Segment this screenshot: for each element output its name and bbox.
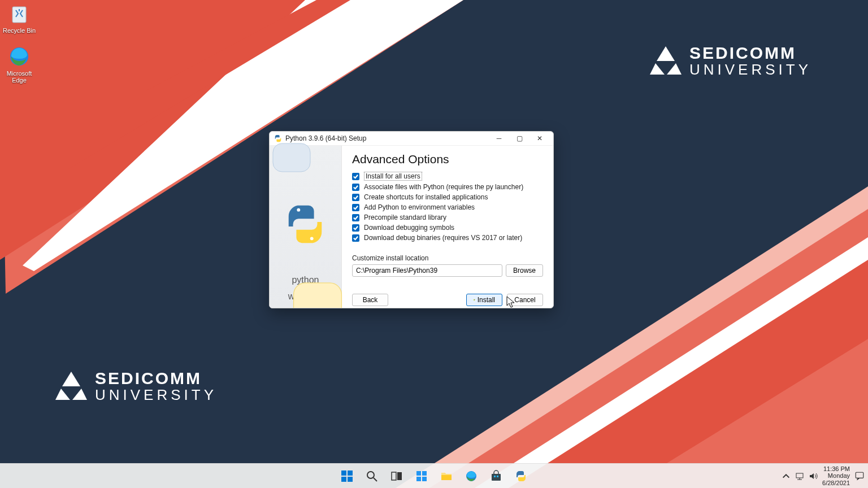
- svg-rect-31: [422, 471, 427, 476]
- checkbox-icon[interactable]: [352, 173, 359, 180]
- uac-shield-icon: [474, 297, 475, 303]
- tray-overflow-button[interactable]: [782, 472, 791, 481]
- taskbar: 11:36 PM Monday 6/28/2021: [0, 463, 868, 488]
- option-label: Add Python to environment variables: [364, 203, 475, 211]
- option-label: Precompile standard library: [364, 213, 446, 221]
- search-button[interactable]: [361, 466, 383, 486]
- svg-rect-28: [392, 472, 396, 480]
- taskbar-clock[interactable]: 11:36 PM Monday 6/28/2021: [822, 465, 850, 486]
- python-setup-taskbar-button[interactable]: [510, 466, 532, 486]
- edge-icon: [8, 45, 31, 68]
- widgets-icon: [415, 470, 428, 482]
- network-button[interactable]: [795, 472, 804, 481]
- svg-marker-14: [55, 389, 70, 400]
- svg-rect-18: [273, 143, 310, 172]
- desktop-icon-edge[interactable]: Microsoft Edge: [0, 45, 38, 84]
- svg-rect-38: [796, 473, 803, 478]
- svg-point-19: [297, 208, 300, 212]
- maximize-button[interactable]: ▢: [509, 132, 530, 145]
- option-label: Download debug binaries (requires VS 201…: [364, 234, 522, 242]
- network-icon: [795, 472, 804, 481]
- back-button[interactable]: Back: [352, 294, 388, 306]
- svg-rect-23: [348, 470, 353, 476]
- option-label: Associate files with Python (requires th…: [364, 183, 523, 191]
- brand-line1: SEDICOMM: [689, 44, 811, 62]
- option-label: Download debugging symbols: [364, 224, 454, 232]
- chevron-up-icon: [782, 472, 791, 481]
- start-button[interactable]: [336, 466, 358, 486]
- cancel-button[interactable]: Cancel: [507, 294, 543, 306]
- option-debug-symbols[interactable]: Download debugging symbols: [352, 224, 543, 232]
- decorative-blob-icon: [292, 281, 343, 308]
- svg-rect-32: [416, 477, 421, 481]
- installer-sidebar: python for windows: [270, 146, 342, 308]
- svg-rect-24: [341, 477, 346, 482]
- widgets-button[interactable]: [411, 466, 432, 486]
- minimize-button[interactable]: ─: [489, 132, 509, 145]
- close-button[interactable]: ✕: [530, 132, 550, 145]
- svg-rect-36: [494, 476, 496, 477]
- option-label: Create shortcuts for installed applicati…: [364, 193, 488, 201]
- svg-rect-30: [416, 471, 421, 476]
- store-button[interactable]: [485, 466, 507, 486]
- volume-button[interactable]: [809, 472, 818, 481]
- option-add-env[interactable]: Add Python to environment variables: [352, 203, 543, 211]
- file-explorer-button[interactable]: [436, 466, 457, 486]
- location-input[interactable]: [352, 264, 502, 277]
- notification-icon: [854, 471, 865, 481]
- brand-top: SEDICOMM UNIVERSITY: [650, 44, 811, 77]
- checkbox-icon[interactable]: [352, 184, 359, 191]
- svg-rect-22: [341, 470, 346, 476]
- system-tray: 11:36 PM Monday 6/28/2021: [782, 464, 865, 489]
- brand-line2: UNIVERSITY: [689, 62, 811, 77]
- recycle-bin-icon: [8, 2, 31, 25]
- python-logo-icon: [283, 202, 327, 246]
- svg-rect-25: [348, 477, 353, 482]
- desktop-icon-label: Recycle Bin: [0, 27, 38, 34]
- notifications-button[interactable]: [854, 472, 865, 481]
- decorative-blob-icon: [272, 142, 311, 173]
- speaker-icon: [809, 472, 818, 481]
- svg-rect-29: [397, 472, 402, 480]
- checkbox-icon[interactable]: [352, 204, 359, 211]
- checkbox-icon[interactable]: [352, 224, 359, 232]
- brand-line2: UNIVERSITY: [95, 387, 217, 403]
- option-precompile[interactable]: Precompile standard library: [352, 213, 543, 221]
- svg-rect-37: [497, 476, 498, 477]
- option-create-shortcuts[interactable]: Create shortcuts for installed applicati…: [352, 193, 543, 201]
- task-view-icon: [390, 470, 403, 482]
- checkbox-icon[interactable]: [352, 214, 359, 221]
- installer-window: Python 3.9.6 (64-bit) Setup ─ ▢ ✕: [269, 131, 554, 308]
- svg-rect-21: [294, 283, 342, 308]
- window-title: Python 3.9.6 (64-bit) Setup: [285, 134, 489, 142]
- browse-button[interactable]: Browse: [506, 264, 543, 277]
- page-heading: Advanced Options: [352, 152, 543, 166]
- svg-marker-10: [657, 46, 675, 61]
- checkbox-icon[interactable]: [352, 234, 359, 242]
- brand-bottom: SEDICOMM UNIVERSITY: [55, 369, 217, 403]
- brand-logo-icon: [650, 46, 682, 75]
- installer-content: Advanced Options Install for all users A…: [342, 146, 553, 308]
- desktop-icon-recycle-bin[interactable]: Recycle Bin: [0, 2, 38, 34]
- taskbar-center: [336, 466, 532, 486]
- svg-marker-11: [650, 63, 665, 75]
- install-button[interactable]: Install: [466, 294, 502, 306]
- svg-marker-15: [72, 389, 87, 400]
- svg-point-20: [310, 237, 314, 240]
- option-debug-binaries[interactable]: Download debug binaries (requires VS 201…: [352, 234, 543, 242]
- clock-day: Monday: [822, 472, 850, 479]
- clock-time: 11:36 PM: [822, 465, 850, 472]
- edge-taskbar-button[interactable]: [461, 466, 482, 486]
- windows-start-icon: [341, 470, 353, 482]
- folder-icon: [440, 470, 453, 482]
- option-install-all-users[interactable]: Install for all users: [352, 172, 543, 181]
- svg-marker-13: [62, 372, 80, 386]
- task-view-button[interactable]: [386, 466, 407, 486]
- svg-point-26: [367, 472, 374, 478]
- titlebar[interactable]: Python 3.9.6 (64-bit) Setup ─ ▢ ✕: [270, 132, 553, 146]
- option-associate-files[interactable]: Associate files with Python (requires th…: [352, 183, 543, 191]
- checkbox-icon[interactable]: [352, 194, 359, 201]
- svg-line-27: [374, 478, 377, 481]
- store-icon: [490, 470, 502, 482]
- python-icon: [515, 470, 527, 482]
